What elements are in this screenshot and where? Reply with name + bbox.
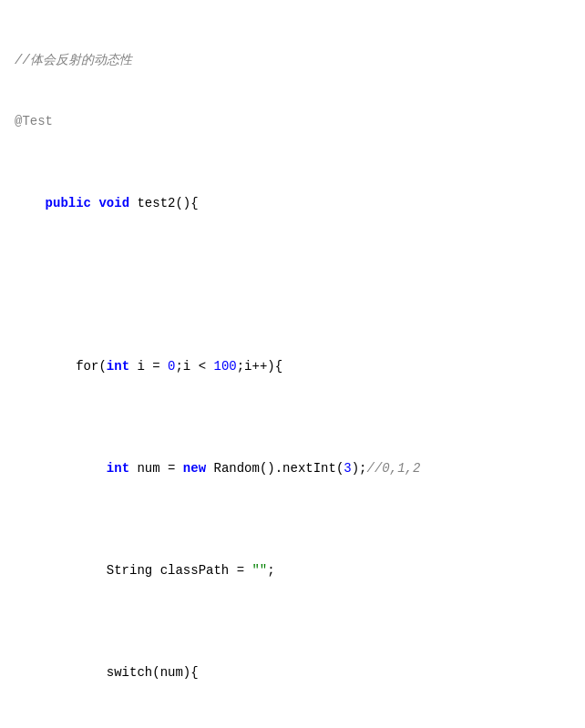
comment-line-1: //体会反射的动态性 (15, 50, 570, 70)
int-num-line: int num = new Random().nextInt(3);//0,1,… (15, 437, 570, 498)
code-container: //体会反射的动态性 @Test public void test2(){ fo… (15, 9, 570, 728)
for-line: for(int i = 0;i < 100;i++){ (15, 335, 570, 396)
classpath-init-line: String classPath = ""; (15, 539, 570, 600)
method-sig-line: public void test2(){ (15, 172, 570, 233)
annotation-line: @Test (15, 111, 570, 131)
switch-line: switch(num){ (15, 641, 570, 702)
blank-line-1 (15, 274, 570, 294)
